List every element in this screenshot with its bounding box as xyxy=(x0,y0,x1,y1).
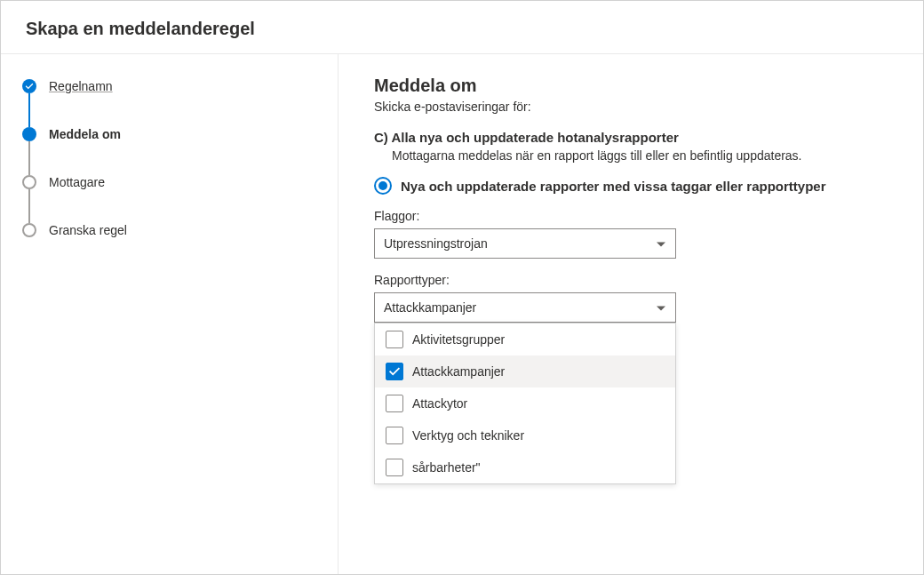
wizard-step-review-rule[interactable]: Granska regel xyxy=(22,223,316,237)
dialog-window: Skapa en meddelanderegel Regelnamn Medde… xyxy=(0,0,924,575)
step-label: Meddela om xyxy=(49,127,121,141)
flags-field-group: Flaggor: Utpressningstrojan xyxy=(374,209,888,259)
step-label: Mottagare xyxy=(49,175,105,189)
option-activity-groups[interactable]: Aktivitetsgrupper xyxy=(375,323,675,355)
report-types-field-group: Rapporttyper: Attackkampanjer Aktivitets… xyxy=(374,273,888,484)
option-c-heading: C) Alla nya och uppdaterade hotanalysrap… xyxy=(374,130,888,145)
option-attack-campaigns[interactable]: Attackkampanjer xyxy=(375,355,675,387)
radio-tags-or-types[interactable]: Nya och uppdaterade rapporter med vissa … xyxy=(374,177,888,195)
option-label: Aktivitetsgrupper xyxy=(412,332,505,347)
option-c-description: Mottagarna meddelas när en rapport läggs… xyxy=(392,148,888,163)
chevron-down-icon xyxy=(656,238,666,249)
panel-subtitle: Skicka e-postaviseringar för: xyxy=(374,100,888,114)
chevron-down-icon xyxy=(656,302,666,313)
option-attack-surfaces[interactable]: Attackytor xyxy=(375,387,675,419)
checkbox-icon xyxy=(386,427,403,444)
step-label: Regelnamn xyxy=(49,79,113,93)
checkbox-icon xyxy=(386,395,403,412)
flags-dropdown[interactable]: Utpressningstrojan xyxy=(374,228,676,259)
option-label: Attackkampanjer xyxy=(412,364,505,379)
report-types-dropdown[interactable]: Attackkampanjer xyxy=(374,292,676,323)
checkbox-icon xyxy=(386,331,403,348)
pending-step-icon xyxy=(22,175,36,189)
report-types-label: Rapporttyper: xyxy=(374,273,888,287)
step-connector xyxy=(28,93,30,127)
radio-label: Nya och uppdaterade rapporter med vissa … xyxy=(401,179,825,194)
step-connector xyxy=(28,189,30,223)
pending-step-icon xyxy=(22,223,36,237)
step-connector xyxy=(28,141,30,175)
wizard-step-notify-about[interactable]: Meddela om xyxy=(22,127,316,175)
radio-icon xyxy=(374,177,392,195)
report-types-value: Attackkampanjer xyxy=(384,300,476,315)
check-icon xyxy=(22,79,36,93)
dialog-header: Skapa en meddelanderegel xyxy=(1,1,923,54)
option-label: Attackytor xyxy=(412,396,467,411)
dialog-title: Skapa en meddelanderegel xyxy=(26,19,898,39)
checkbox-checked-icon xyxy=(386,363,403,380)
option-label: Verktyg och tekniker xyxy=(412,428,524,443)
wizard-step-recipients[interactable]: Mottagare xyxy=(22,175,316,223)
radio-dot-icon xyxy=(378,181,387,190)
panel-title: Meddela om xyxy=(374,76,888,96)
report-types-dropdown-list: Aktivitetsgrupper Attackkampanjer Attack… xyxy=(374,323,676,484)
option-label: sårbarheter" xyxy=(412,460,481,475)
wizard-main-panel: Meddela om Skicka e-postaviseringar för:… xyxy=(339,54,923,574)
option-tools-techniques[interactable]: Verktyg och tekniker xyxy=(375,419,675,451)
active-step-icon xyxy=(22,127,36,141)
option-vulnerabilities[interactable]: sårbarheter" xyxy=(375,451,675,483)
checkbox-icon xyxy=(386,459,403,476)
step-label: Granska regel xyxy=(49,223,127,237)
wizard-step-rule-name[interactable]: Regelnamn xyxy=(22,79,316,127)
wizard-sidebar: Regelnamn Meddela om Mottagare Granska r… xyxy=(1,54,339,574)
wizard-steps: Regelnamn Meddela om Mottagare Granska r… xyxy=(22,79,316,237)
flags-label: Flaggor: xyxy=(374,209,888,223)
flags-value: Utpressningstrojan xyxy=(384,236,488,251)
dialog-body: Regelnamn Meddela om Mottagare Granska r… xyxy=(1,54,923,574)
